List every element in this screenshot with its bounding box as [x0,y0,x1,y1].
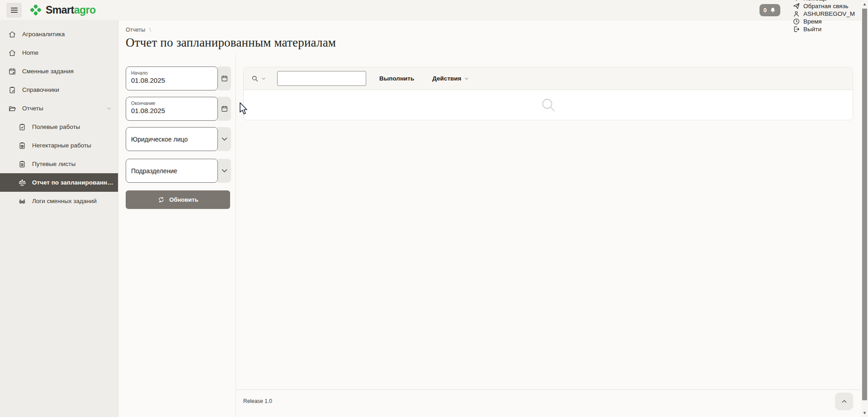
topbar-menu-item[interactable]: ASHURBEGOV_M [793,10,855,18]
legal-entity-field: Юридическое лицо [126,127,236,151]
scroll-to-top-button[interactable] [835,393,853,410]
division-field: Подразделение [126,159,236,183]
user-icon [793,10,800,18]
end-date-value: 01.08.2025 [131,107,213,114]
start-date-value: 01.08.2025 [131,76,213,84]
clipboard-list-icon [18,160,26,168]
division-select[interactable]: Подразделение [126,159,218,183]
division-dropdown-button[interactable] [218,159,231,183]
clipboard-clock-icon [18,142,26,150]
logout-icon [793,25,800,33]
release-label: Release 1.0 [243,398,272,404]
notifications-button[interactable]: 0 [760,4,780,16]
home-icon [8,49,16,57]
report-panel: Выполнить Действия Release 1.0 [236,55,861,417]
calendar-icon [221,105,228,113]
sidebar-item[interactable]: Home [0,43,118,62]
paper-plane-icon [793,2,800,10]
home-icon [8,30,16,38]
app-logo-text: Smartagro [46,4,96,16]
actions-menu-button[interactable]: Действия [432,75,469,82]
refresh-button[interactable]: Обновить [126,190,230,209]
execute-button[interactable]: Выполнить [374,71,420,85]
sidebar-item[interactable]: Агроаналитика [0,25,118,43]
sidebar-item[interactable]: Справочники [0,81,118,99]
interactive-report-card: Выполнить Действия [243,67,853,120]
refresh-icon [157,196,165,204]
chevron-down-icon [221,167,228,175]
header-block: Отчеты \ Отчет по запланированным матери… [118,20,861,55]
legal-entity-select[interactable]: Юридическое лицо [126,127,218,151]
sidebar-item[interactable]: Полевые работы [0,118,118,136]
sidebar-item[interactable]: Отчет по запланированным ... [0,173,118,192]
calendar-edit-icon [8,67,16,76]
breadcrumb: Отчеты \ [126,27,861,33]
sidebar-item[interactable]: Путевые листы [0,155,118,173]
topbar-menu-item[interactable]: Время [793,18,855,25]
legal-entity-dropdown-button[interactable] [218,127,231,151]
scrollbar-down-arrow[interactable]: ▼ [861,409,868,417]
filters-panel: Начало 01.08.2025 Окончание 01.08.2025 Ю… [118,55,236,417]
topbar: Smartagro 0 Организация Помощь [0,0,861,20]
sidebar-items: Агроаналитика Home Сменные задания Справ… [0,25,118,210]
report-toolbar: Выполнить Действия [244,67,853,90]
start-date-input[interactable]: Начало 01.08.2025 [126,66,218,90]
breadcrumb-item[interactable]: Отчеты [126,27,145,33]
end-date-input[interactable]: Окончание 01.08.2025 [126,97,218,121]
scrollbar-up-arrow[interactable]: ▲ [861,0,868,8]
binoculars-icon [18,197,26,205]
start-date-label: Начало [131,70,213,76]
sidebar-nav: Агроаналитика Home Сменные задания Справ… [0,20,118,417]
main-area: Отчеты \ Отчет по запланированным матери… [118,20,861,417]
folder-open-icon [8,104,16,113]
bell-icon [769,7,776,14]
hamburger-menu-button[interactable] [6,3,22,18]
search-column-selector[interactable] [251,75,266,83]
chevron-up-icon [841,398,848,405]
search-icon [251,75,259,83]
sidebar-item[interactable]: Логи сменных заданий [0,192,118,210]
chevron-down-icon [106,106,112,111]
start-date-picker-button[interactable] [218,66,231,90]
smartagro-logo-icon [29,3,42,17]
topbar-actions: 0 Организация Помощь Обратн [760,0,855,33]
vertical-scrollbar[interactable]: ▲ ▼ [861,0,868,417]
sidebar-item[interactable]: Сменные задания [0,62,118,81]
scrollbar-thumb[interactable] [862,9,867,400]
end-date-field: Окончание 01.08.2025 [126,97,236,121]
end-date-picker-button[interactable] [218,97,231,121]
calendar-icon [221,75,228,82]
clipboard-check-icon [18,123,26,131]
start-date-field: Начало 01.08.2025 [126,66,236,90]
scales-icon [18,179,26,187]
breadcrumb-separator: \ [149,27,151,33]
topbar-menu-item[interactable]: Обратная связь [793,2,855,10]
search-ghost-icon [539,96,557,114]
chevron-down-icon [261,76,266,81]
page-title: Отчет по запланированным материалам [126,36,861,50]
clock-icon [793,18,800,25]
notification-count: 0 [764,7,767,14]
clipboard-edit-icon [8,86,16,94]
report-search-input[interactable] [277,71,366,86]
sidebar-item[interactable]: Отчеты [0,99,118,118]
chevron-down-icon [464,76,469,81]
end-date-label: Окончание [131,100,213,106]
sidebar-item[interactable]: Негектарные работы [0,136,118,155]
app-logo[interactable]: Smartagro [29,3,96,17]
footer: Release 1.0 [236,389,861,417]
topbar-menu-item[interactable]: Выйти [793,25,855,33]
chevron-down-icon [830,0,835,1]
topbar-menu: Организация Помощь Обратная связь [793,0,855,33]
hamburger-icon [10,6,19,14]
chevron-down-icon [221,135,228,143]
report-empty-state [244,90,853,120]
content-row: Начало 01.08.2025 Окончание 01.08.2025 Ю… [118,55,861,417]
